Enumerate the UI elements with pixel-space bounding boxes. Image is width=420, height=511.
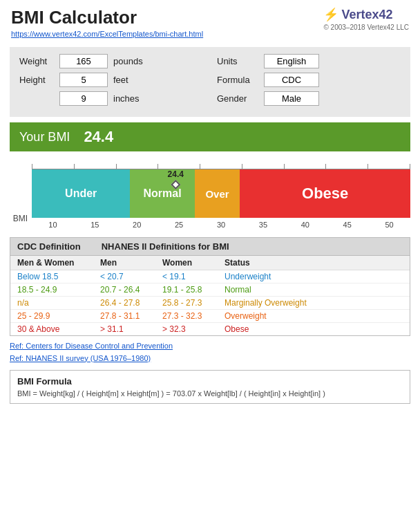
table-header-cdc: CDC Definition [17,241,81,252]
td-men-2: 20.7 - 26.4 [100,285,162,295]
tick-7 [284,164,326,169]
table-row: 18.5 - 24.9 20.7 - 26.4 19.1 - 25.8 Norm… [10,284,410,297]
td-women-3: 25.8 - 27.3 [162,298,225,308]
tick-5 [200,164,242,169]
table-header-nhanes: NHANES II Definitions for BMI [102,241,229,252]
tick-3 [116,164,158,169]
bmi-result: Your BMI 24.4 [10,122,410,151]
gender-row: Gender [217,91,401,106]
col-header-women: Women [162,258,225,268]
bar-obese: Obese [240,169,410,218]
header-url[interactable]: https://www.vertex42.com/ExcelTemplates/… [11,30,203,38]
refs: Ref: Centers for Disease Control and Pre… [10,340,410,364]
x-labels: 10 15 20 25 30 35 40 45 50 [32,221,410,229]
table-row: 30 & Above > 31.1 > 32.3 Obese [10,323,410,335]
header: BMI Calculator https://www.vertex42.com/… [0,0,420,41]
height-feet-input[interactable] [59,73,108,87]
chart-content: 24.4 Under Normal Over Obese 10 [32,164,410,229]
weight-input[interactable] [59,54,108,68]
td-men-3: 26.4 - 27.8 [100,298,162,308]
height-label: Height [19,75,54,85]
tick-2 [74,164,116,169]
table-row: Below 18.5 < 20.7 < 19.1 Underweight [10,270,410,284]
input-right: Units Formula Gender [217,54,401,110]
td-women-1: < 19.1 [162,272,225,281]
bar-over-label: Over [205,188,229,200]
ref-cdc[interactable]: Ref: Centers for Disease Control and Pre… [10,340,410,353]
page-title: BMI Calculator [11,7,203,28]
bmi-value: 24.4 [84,128,113,146]
x-label-40: 40 [284,221,326,229]
ticks-row [32,164,410,169]
formula-text: BMI = Weight[kg] / ( Height[m] x Height[… [17,389,403,398]
table-header: CDC Definition NHANES II Definitions for… [10,238,410,256]
weight-unit: pounds [113,56,143,66]
table-row: 25 - 29.9 27.8 - 31.1 27.3 - 32.3 Overwe… [10,310,410,323]
td-status-3: Marginally Overweight [225,298,403,308]
ref-nhanes[interactable]: Ref: NHANES II survey (USA 1976–1980) [10,353,410,365]
tick-6 [242,164,284,169]
td-cdc-3: n/a [17,298,100,308]
formula-title: BMI Formula [17,376,403,387]
td-women-2: 19.1 - 25.8 [162,285,225,295]
chart-section: BMI 24.4 Und [10,164,410,229]
tick-9 [368,164,410,169]
height-feet-unit: feet [113,75,128,85]
td-status-2: Normal [225,285,403,295]
td-status-1: Underweight [225,272,403,281]
weight-label: Weight [19,56,54,66]
units-input[interactable] [264,54,319,68]
x-label-35: 35 [242,221,284,229]
table-row: n/a 26.4 - 27.8 25.8 - 27.3 Marginally O… [10,297,410,310]
td-men-1: < 20.7 [100,272,162,281]
td-cdc-2: 18.5 - 24.9 [17,285,100,295]
height-inches-unit: inches [113,93,140,104]
formula-label: Formula [217,75,258,85]
input-section: Weight pounds Height feet inches Units F… [10,47,410,117]
units-label: Units [217,56,258,66]
bar-over: Over [195,169,240,218]
formula-row: Formula [217,73,401,87]
header-left: BMI Calculator https://www.vertex42.com/… [11,7,203,39]
weight-row: Weight pounds [19,54,203,68]
x-label-20: 20 [116,221,158,229]
x-label-30: 30 [200,221,242,229]
td-status-5: Obese [225,324,403,334]
units-row: Units [217,54,401,68]
td-cdc-1: Below 18.5 [17,272,100,281]
table-subheader: Men & Women Men Women Status [10,256,410,270]
tick-8 [325,164,368,169]
bmi-label: Your BMI [19,130,70,145]
tick-1 [32,164,74,169]
col-header-cdc: Men & Women [17,258,100,268]
tick-4 [158,164,200,169]
col-header-men: Men [100,258,162,268]
copyright: © 2003–2018 Vertex42 LLC [323,24,409,31]
td-status-4: Overweight [225,311,403,321]
formula-section: BMI Formula BMI = Weight[kg] / ( Height[… [10,370,410,404]
td-women-4: 27.3 - 32.3 [162,311,225,321]
header-right: ⚡ Vertex42 © 2003–2018 Vertex42 LLC [323,7,409,31]
height-inches-input[interactable] [59,91,108,106]
x-label-15: 15 [74,221,116,229]
td-men-4: 27.8 - 31.1 [100,311,162,321]
td-women-5: > 32.3 [162,324,225,334]
td-cdc-4: 25 - 29.9 [17,311,100,321]
indicator-value: 24.4 [168,169,184,179]
chart-wrapper: BMI 24.4 Und [10,164,410,229]
chart-y-label: BMI [10,214,32,229]
bar-under: Under [32,169,130,218]
logo-icon: ⚡ [323,7,338,22]
table-section: CDC Definition NHANES II Definitions for… [10,237,410,336]
gender-input[interactable] [264,91,319,106]
td-men-5: > 31.1 [100,324,162,334]
col-header-status: Status [225,258,403,268]
logo: ⚡ Vertex42 [323,7,409,22]
td-cdc-5: 30 & Above [17,324,100,334]
x-label-45: 45 [326,221,368,229]
bar-obese-label: Obese [302,185,348,203]
formula-input[interactable] [264,73,319,87]
indicator: 24.4 [168,169,184,190]
indicator-diamond [171,180,180,189]
height-row: Height feet [19,73,203,87]
